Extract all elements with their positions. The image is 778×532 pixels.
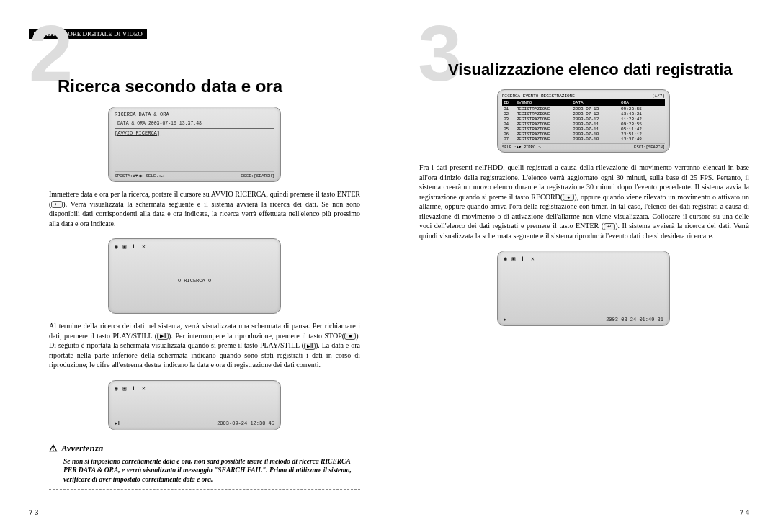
screen-playback-right: ◉ ▣ ⏸ ✕ ▶ 2003-03-24 01:49:31 <box>497 251 670 326</box>
page-number: 7-3 <box>29 508 38 516</box>
playback-indicator: ▶ <box>504 317 506 323</box>
screen-event-list: RICERCA EVENTO REGISTRAZIONE (1/7) IDEVE… <box>497 89 670 153</box>
status-icons: ◉ ▣ ⏸ ✕ <box>504 256 663 263</box>
screen-title: RICERCA DATA & ORA <box>115 112 274 118</box>
table-row: 05REGISTRAZIONE2003-07-1105:11:42 <box>502 127 665 132</box>
warning-box: Avvertenza Se non si impostano correttam… <box>49 438 360 490</box>
table-hint-left: SELE.:▲▼ RIPRO.:↵ <box>502 145 542 150</box>
enter-icon: ↵ <box>51 201 63 208</box>
table-row: 04REGISTRAZIONE2003-07-1109:23:55 <box>502 122 665 127</box>
table-page-indicator: (1/7) <box>652 94 665 99</box>
paragraph-2: Al termine della ricerca dei dati nel si… <box>49 321 360 370</box>
table-header: IDEVENTODATAORA <box>502 99 665 106</box>
table-row: 06REGISTRAZIONE2003-07-1023:51:12 <box>502 132 665 137</box>
paragraph-right: Fra i dati presenti nell'HDD, quelli reg… <box>419 163 749 240</box>
paragraph-1: Immettere data e ora per la ricerca, por… <box>49 189 360 228</box>
screen-hint-right: ESCI:[SEARCH] <box>241 173 274 179</box>
page-number: 7-4 <box>740 508 749 516</box>
searching-label: O RICERCA O <box>115 278 274 284</box>
section-title-left: Ricerca secondo data e ora <box>58 76 360 96</box>
page-right: 3 Visualizzazione elenco dati registrati… <box>389 0 778 532</box>
table-row: 03REGISTRAZIONE2003-07-1211:23:42 <box>502 117 665 122</box>
timestamp: 2003-03-24 01:49:31 <box>606 317 663 323</box>
warning-title: Avvertenza <box>49 443 360 454</box>
timestamp: 2003-09-24 12:30:45 <box>217 420 274 427</box>
warning-body: Se non si impostano correttamente data e… <box>63 457 360 484</box>
screen-start-search: [AVVIO RICERCA] <box>115 130 274 137</box>
screen-playback: ◉ ▣ ⏸ ✕ ▶ǁ 2003-09-24 12:30:45 <box>108 380 281 430</box>
table-row: 02REGISTRAZIONE2003-07-1213:43:21 <box>502 112 665 117</box>
screen-dateline: DATA & ORA 2003-07-10 13:37:48 <box>115 120 274 128</box>
record-icon: ● <box>563 194 574 201</box>
table-title: RICERCA EVENTO REGISTRAZIONE <box>502 94 575 99</box>
section-title-right: Visualizzazione elenco dati registratia <box>448 60 749 79</box>
table-row: 07REGISTRAZIONE2003-07-1013:37:48 <box>502 137 665 142</box>
playstill-icon: ▶ǁ <box>157 333 169 340</box>
status-icons: ◉ ▣ ⏸ ✕ <box>115 243 274 251</box>
playstill-icon: ▶ǁ <box>304 343 316 350</box>
table-hint-right: ESCI:[SEARCH] <box>634 145 665 150</box>
table-row: 01REGISTRAZIONE2003-07-1309:23:55 <box>502 107 665 112</box>
enter-icon: ↵ <box>604 223 615 230</box>
screen-searching: ◉ ▣ ⏸ ✕ O RICERCA O <box>108 238 281 314</box>
screen-search-date: RICERCA DATA & ORA DATA & ORA 2003-07-10… <box>108 107 281 182</box>
section-number-2: 2 <box>29 22 73 85</box>
stop-icon: ■ <box>344 333 356 340</box>
page-left: REGISTRATORE DIGITALE DI VIDEO 2 Ricerca… <box>0 0 389 532</box>
playback-indicator: ▶ǁ <box>115 420 120 427</box>
status-icons: ◉ ▣ ⏸ ✕ <box>115 385 274 392</box>
screen-hint-left: SPOSTA:▲▼◀▶ SELE.:↵ <box>115 173 164 179</box>
